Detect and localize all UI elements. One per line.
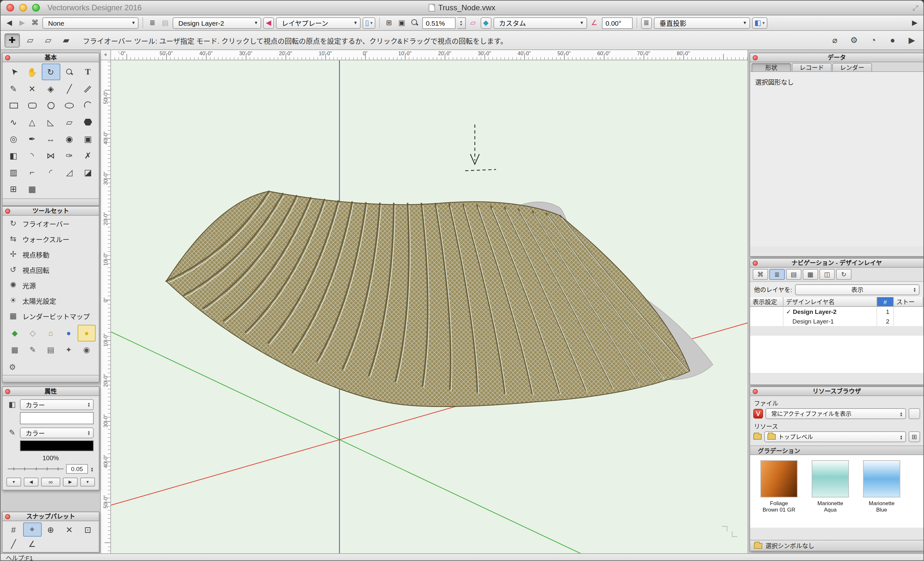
cube-3d-icon[interactable]: ◆	[480, 17, 491, 28]
connect-combine-tool[interactable]: ⊞	[4, 180, 23, 197]
eyedropper-tool[interactable]: ✒	[23, 130, 41, 147]
panorama-icon[interactable]: ✦	[60, 342, 78, 358]
toolset-item-render-bitmap[interactable]: ▦ レンダービットマップ	[3, 308, 99, 324]
col-layer-name[interactable]: デザインレイヤ名	[783, 297, 877, 307]
view-cube-button[interactable]: ◧ ▾	[752, 17, 767, 28]
mirror-tool[interactable]: ⋈	[41, 147, 60, 164]
nav-viewports-icon[interactable]: ◫	[819, 269, 835, 280]
offset-tool[interactable]: ↔	[41, 130, 60, 147]
palette-close-icon[interactable]	[753, 261, 758, 266]
attr-next-button[interactable]: ▶	[63, 477, 78, 486]
palette-close-icon[interactable]	[5, 389, 10, 394]
view-sphere-icon[interactable]: ●	[885, 33, 900, 47]
rotation-angle-field[interactable]: 0.00°	[602, 17, 632, 28]
renderworks-icon[interactable]: ●	[60, 325, 78, 342]
resource-level-dropdown[interactable]: トップレベル ▲▼	[764, 431, 906, 442]
document-view-button[interactable]: ▯ ▾	[363, 17, 375, 28]
palette-titlebar[interactable]: ナビゲーション - デザインレイヤ	[750, 259, 923, 268]
custom-render-icon[interactable]: ▦	[6, 342, 24, 358]
clip-tool[interactable]: ✕	[23, 80, 41, 97]
projection-dropdown[interactable]: 垂直投影 ▾	[654, 17, 750, 28]
palette-titlebar[interactable]: スナップパレット	[3, 512, 99, 521]
toolbar-overflow-icon[interactable]: ▶	[909, 17, 920, 28]
render-options-gear-icon[interactable]: ⚙	[3, 360, 99, 375]
scale-tool[interactable]: ✗	[79, 147, 97, 164]
gradient-item[interactable]: Marionette Blue	[863, 460, 900, 513]
nav-sheet-layers-icon[interactable]: ▤	[786, 269, 801, 280]
chamfer-tool[interactable]: ◿	[60, 164, 79, 180]
arc-by-points-tool[interactable]: ◝	[23, 147, 41, 164]
callout-tool[interactable]: ✑	[60, 147, 79, 164]
flyover-mode-user-origin-button[interactable]: ▰	[58, 33, 74, 47]
line-weight-field[interactable]: 0.05	[66, 464, 88, 474]
new-folder-button[interactable]: ⊞	[909, 431, 920, 442]
palette-close-icon[interactable]	[5, 514, 10, 519]
palette-titlebar[interactable]: データ	[750, 53, 923, 62]
palette-close-icon[interactable]	[5, 208, 10, 214]
layers-icon[interactable]: ≣	[147, 17, 158, 28]
gradient-item[interactable]: Foliage Brown 01 GR	[760, 460, 798, 513]
artistic-render-icon[interactable]: ✎	[24, 342, 42, 358]
stepper-icon[interactable]: ▲▼	[90, 466, 94, 471]
zoom-field[interactable]: 0.51%	[422, 17, 455, 28]
nav-design-layers-icon[interactable]: ≣	[770, 269, 785, 280]
line-weight-slider[interactable]	[8, 469, 63, 469]
flyover-mode-center-button[interactable]: ✚	[4, 33, 20, 47]
layer-options-icon[interactable]: ▤	[160, 17, 171, 28]
zoom-icon[interactable]	[409, 17, 420, 28]
maximize-button[interactable]	[32, 4, 40, 12]
sketch-icon[interactable]: ⌂	[42, 325, 60, 342]
fill-color-swatch[interactable]	[20, 412, 94, 424]
fill-style-dropdown[interactable]: カラー ▲▼	[20, 399, 94, 410]
rectangle-tool[interactable]	[4, 97, 23, 114]
fit-page-icon[interactable]: ▣	[396, 17, 407, 28]
palette-close-icon[interactable]	[5, 55, 10, 60]
col-stacking-order[interactable]: #	[877, 297, 894, 307]
zoom-tool[interactable]	[60, 63, 79, 80]
final-quality-icon[interactable]: ●	[78, 325, 96, 342]
toolset-item-rotate-view[interactable]: ↺ 視点回転	[3, 262, 99, 277]
angle-icon[interactable]: ∠	[589, 17, 600, 28]
tab-shape[interactable]: 形状	[752, 63, 791, 71]
active-plane-dropdown[interactable]: レイヤプレーン ▾	[276, 17, 361, 28]
ruler-origin-button[interactable]: ⌖	[101, 50, 111, 60]
forward-button[interactable]: ▶	[16, 17, 28, 28]
col-story[interactable]: ストー	[894, 297, 923, 307]
home-button[interactable]	[909, 408, 920, 419]
circle-tool[interactable]	[41, 97, 60, 114]
eye-icon[interactable]	[750, 307, 783, 316]
plane-back-button[interactable]: ◀	[263, 17, 274, 28]
nav-classes-icon[interactable]: ▦	[803, 269, 818, 280]
pen-color-swatch[interactable]	[20, 440, 94, 451]
attribute-mapping-tool[interactable]: ▥	[4, 164, 23, 180]
gradient-item[interactable]: Marionette Aqua	[812, 460, 849, 513]
fillet-tool[interactable]: ◜	[41, 164, 60, 180]
back-button[interactable]: ◀	[4, 17, 15, 28]
snap-distance-tool[interactable]: ⊡	[79, 522, 97, 537]
opengl-icon[interactable]: ◆	[6, 325, 24, 342]
minimize-button[interactable]	[19, 4, 27, 12]
snap-grid-tool[interactable]: #	[4, 522, 23, 537]
camera-icon[interactable]: ◉	[78, 342, 96, 358]
polyline-tool[interactable]: ◺	[41, 114, 60, 130]
snap-working-plane-tool[interactable]: ∠	[23, 537, 41, 551]
stamp-tool[interactable]: ▦	[23, 180, 41, 197]
hidden-line-icon[interactable]: ◇	[24, 325, 42, 342]
attr-prev-button[interactable]: ◀	[24, 477, 39, 486]
eraser-tool[interactable]: ◪	[79, 164, 97, 180]
stack-layers-button[interactable]: ≣	[641, 17, 652, 28]
truss-model[interactable]	[166, 191, 713, 406]
extract-tool[interactable]: ◧	[4, 147, 23, 164]
palette-collapse-button[interactable]	[3, 375, 99, 382]
toolset-item-flyover[interactable]: ↻ フライオーバー	[3, 216, 99, 231]
nav-saved-views-icon[interactable]: ⌘	[753, 269, 768, 280]
saved-views-dropdown[interactable]: None ▾	[42, 17, 139, 28]
snap-intersection-tool[interactable]: ✕	[60, 522, 79, 537]
file-filter-dropdown[interactable]: 常にアクティブファイルを表示 ▲▼	[765, 408, 906, 419]
layer-row[interactable]: ✓ Design Layer-2 1	[750, 307, 923, 316]
active-layer-dropdown[interactable]: Design Layer-2 ▾	[172, 17, 261, 28]
layer-row[interactable]: Design Layer-1 2	[750, 316, 923, 326]
zoom-stepper[interactable]: ▲▼	[457, 17, 465, 28]
toolset-item-translate-view[interactable]: ✢ 視点移動	[3, 246, 99, 262]
gradient-section-header[interactable]: グラデーション	[750, 446, 923, 455]
